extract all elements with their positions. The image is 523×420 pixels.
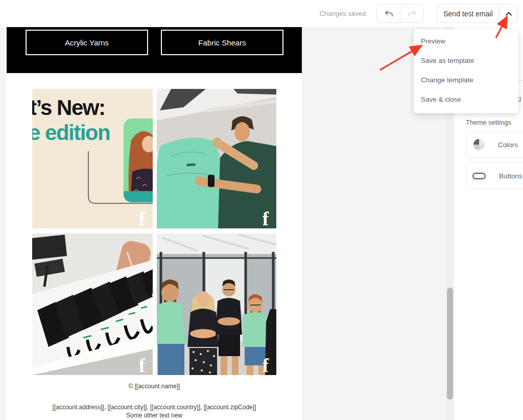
theme-settings-title: Theme settings [466,119,511,126]
theme-card-colors[interactable]: Colors [466,131,523,158]
editor-toolbar: Changes saved Send test email [0,0,523,27]
undo-icon [384,9,394,19]
menu-item-preview[interactable]: Preview [414,32,518,51]
team-photo [157,234,276,375]
facebook-icon: f [263,356,269,375]
send-test-email-button[interactable]: Send test email [437,5,499,22]
menu-item-change-template[interactable]: Change template [414,71,518,90]
theme-card-buttons[interactable]: Buttons [466,162,523,189]
man-tshirt-photo [157,89,276,228]
email-footer-note[interactable]: Some other text new [7,412,302,419]
colors-pie-icon [473,139,485,150]
undo-redo-group [376,4,424,23]
email-nav-button-acrylic-yarns[interactable]: Acrylic Yarns [26,30,148,55]
redo-icon [407,9,417,19]
email-image-team-photo[interactable]: f [157,234,276,375]
colors-card-label: Colors [498,141,518,149]
email-nav-button-fabric-shears[interactable]: Fabric Shears [161,30,283,55]
scrollbar-thumb[interactable] [447,288,453,400]
facebook-icon: f [263,209,269,228]
email-image-man-holding-tshirt[interactable]: f [157,89,276,228]
email-footer-copyright[interactable]: © [[account.name]] [7,383,302,390]
redo-button[interactable] [400,5,423,22]
buttons-pill-icon [472,173,486,179]
facebook-icon: f [139,209,145,228]
save-status-text: Changes saved [306,10,366,17]
hero-line-1: t’s New: [32,96,105,120]
hero-line-2: e edition [32,121,110,145]
buttons-card-label: Buttons [499,172,522,180]
menu-item-save-and-close[interactable]: Save & close [414,90,518,109]
email-image-tote-bags[interactable]: f [32,234,153,375]
undo-button[interactable] [377,5,400,22]
send-test-email-split-button: Send test email [437,4,518,23]
chevron-up-icon [505,11,512,16]
email-canvas[interactable]: Acrylic Yarns Fabric Shears [7,27,302,420]
tote-bags-photo [32,234,153,375]
send-options-menu: Preview Save as template Change template… [414,29,518,113]
menu-item-save-as-template[interactable]: Save as template [414,51,518,71]
facebook-icon: f [139,356,145,375]
email-editor-screen: Acrylic Yarns Fabric Shears [0,0,523,420]
email-image-whats-new-graphic[interactable]: t’s New: e edition f [32,89,153,228]
email-footer-address[interactable]: [[account.address]], [[account.city]], [… [7,404,302,411]
send-options-toggle[interactable] [500,5,517,22]
whats-new-illustration: t’s New: e edition [32,89,153,228]
email-header-block[interactable]: Acrylic Yarns Fabric Shears [7,27,302,73]
